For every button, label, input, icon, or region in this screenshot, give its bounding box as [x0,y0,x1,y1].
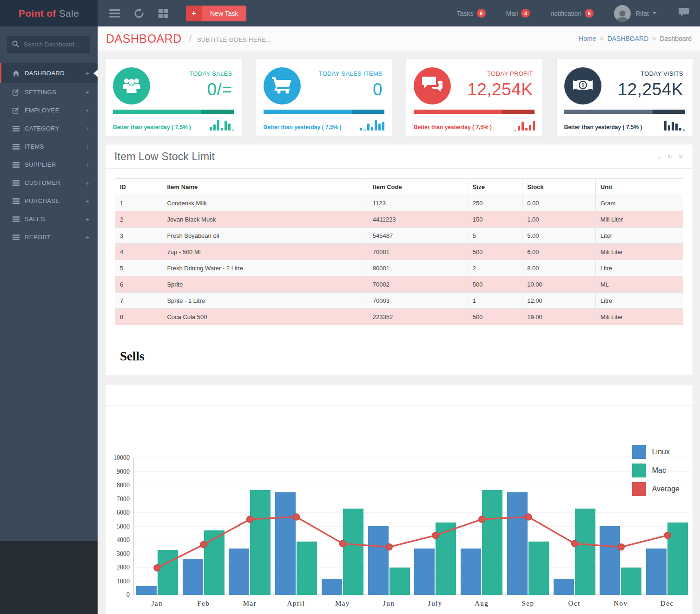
table-row[interactable]: 6Sprite7000250010.00ML [115,276,683,293]
sidebar-item-settings[interactable]: SETTINGS+ [0,83,98,101]
search-input[interactable] [7,36,90,53]
main-content: TODAY SALES0/=Better than yesterday ( 7,… [98,51,700,614]
new-task-button[interactable]: + New Task [186,6,246,21]
table-cell: Jovan Black Musk [162,211,368,228]
breadcrumb-dashboard[interactable]: DASHBOARD [608,35,649,42]
stat-card-footer: Better than yesterday ( 7,5% ) [557,114,693,136]
table-cell: Liter [595,228,683,244]
stat-card-title: TODAY SALES ITEMS [301,70,383,77]
table-row[interactable]: 7Sprite - 1 Litre70003112.00Litre [115,293,683,309]
table-row[interactable]: 1Condensk Milk11232500.00Gram [115,195,683,211]
list-icon [13,198,25,204]
table-cell: 223352 [368,309,468,325]
table-cell: 1 [468,293,522,309]
expand-plus-icon: + [85,216,89,223]
notification-badge: 6 [585,9,594,18]
list-icon [13,144,25,150]
table-cell: 1123 [368,195,468,211]
x-axis-label: Sep [505,600,551,607]
table-cell: 0.00 [522,195,596,211]
chat-icon[interactable] [679,8,689,19]
line-point [339,540,346,547]
sidebar-item-label: ITEMS [25,143,85,150]
stat-card-note: Better than yesterday ( 7,5% ) [113,124,191,131]
sidebar-item-purchase[interactable]: PURCHASE+ [0,192,98,210]
user-name: Rifat [635,10,649,17]
sidebar-item-label: SETTINGS [25,89,85,96]
stat-card-value: 12,254K [451,80,533,99]
menu-toggle-icon[interactable] [109,7,121,20]
sidebar-item-sales[interactable]: SALES+ [0,210,98,228]
sidebar-item-label: SUPPLIER [25,161,85,168]
stat-card-circle [113,67,150,105]
refresh-icon[interactable]: ↻ [667,153,673,160]
navbar-main: + New Task Tasks 8 Mail 4 notification 6… [98,0,700,26]
stat-card-today-sales: TODAY SALES0/=Better than yesterday ( 7,… [105,59,242,137]
sidebar-item-category[interactable]: CATEGORY+ [0,119,98,137]
table-cell: 3 [115,228,162,244]
sells-chart: 0100020003000400050006000700080009000100… [106,406,693,614]
breadcrumb-current: Dashboard [660,35,692,42]
sidebar-item-report[interactable]: REPORT+ [0,228,98,246]
sparkline-chart [360,118,384,131]
legend-label: Mac [652,466,666,475]
spark-bar [382,122,384,131]
spark-bar [683,130,685,131]
cart-icon [272,76,292,96]
sidebar-item-dashboard[interactable]: DASHBOARD+ [0,63,98,83]
banknote-icon: 1 [572,78,594,93]
stat-card-today-visits: 1TODAY VISITS12,254KBetter than yesterda… [556,59,693,137]
stat-card-top: TODAY SALES ITEMS0 [256,59,392,107]
sidebar-item-supplier[interactable]: SUPPLIER+ [0,156,98,174]
page-subtitle: SUBTITLE GOES HERE... [197,34,271,43]
breadcrumb-separator: > [600,35,603,42]
sells-chart-panel: 0100020003000400050006000700080009000100… [105,384,693,614]
line-point [154,565,160,571]
table-cell: 1.00 [522,211,596,228]
stat-card-progress [564,110,686,114]
user-menu[interactable]: Rifat [614,5,656,22]
mail-menu[interactable]: Mail 4 [506,9,530,18]
sidebar-item-employee[interactable]: EMPLOYEE+ [0,101,98,119]
table-cell: 250 [468,195,522,211]
progress-rest [201,110,234,114]
sidebar-item-items[interactable]: ITEMS+ [0,137,98,156]
stat-card-footer: Better than yesterday ( 7,5% ) [106,114,242,136]
table-row[interactable]: 8Coca Cola 50022335250019.00Mili Liter [115,309,683,325]
table-row[interactable]: 5Fresh Drining Water - 2 Litre8000128.00… [115,260,683,276]
table-row[interactable]: 2Jovan Black Musk44112231501.00Mili Lite… [115,211,683,228]
stat-card-footer: Better than yesterday ( 7,5% ) [406,114,542,136]
line-point [200,542,207,548]
spark-bar [217,120,219,131]
expand-plus-icon: + [85,179,89,187]
breadcrumb-home[interactable]: Home [579,35,596,42]
list-icon [13,162,25,168]
table-row[interactable]: 3Fresh Soyabean oil54548755.00Liter [115,228,683,244]
table-cell: 70002 [368,276,468,293]
collapse-icon[interactable]: ⌄ [657,153,662,160]
stat-card-progress [113,110,234,114]
breadcrumb: Home > DASHBOARD > Dashboard [579,35,692,42]
grid-icon[interactable] [157,7,169,20]
y-axis-tick-label: 8000 [117,482,130,489]
tasks-menu[interactable]: Tasks 8 [457,9,486,18]
brand-primary: Point of [19,8,56,19]
refresh-icon[interactable] [133,7,145,20]
spark-bar [375,120,377,131]
table-row[interactable]: 47up - 500 Ml700015006.00Mili Liter [115,244,683,260]
sidebar-item-customer[interactable]: CUSTOMER+ [0,174,98,192]
table-cell: 5.00 [522,228,596,244]
legend-swatch [632,464,646,477]
table-cell: Litre [595,293,683,309]
spark-bar [371,127,373,131]
expand-plus-icon: + [85,197,89,205]
sparkline-chart [664,118,685,131]
close-icon[interactable]: ✕ [678,153,683,160]
stat-card-text: TODAY SALES ITEMS0 [301,67,383,107]
stat-card-top: TODAY PROFIT12,254K [406,59,542,107]
table-cell: Sprite [162,276,368,293]
notification-menu[interactable]: notification 6 [550,9,594,18]
spark-bar [522,122,524,131]
progress-rest [352,110,384,114]
stat-card-note: Better than yesterday ( 7,5% ) [264,124,342,131]
